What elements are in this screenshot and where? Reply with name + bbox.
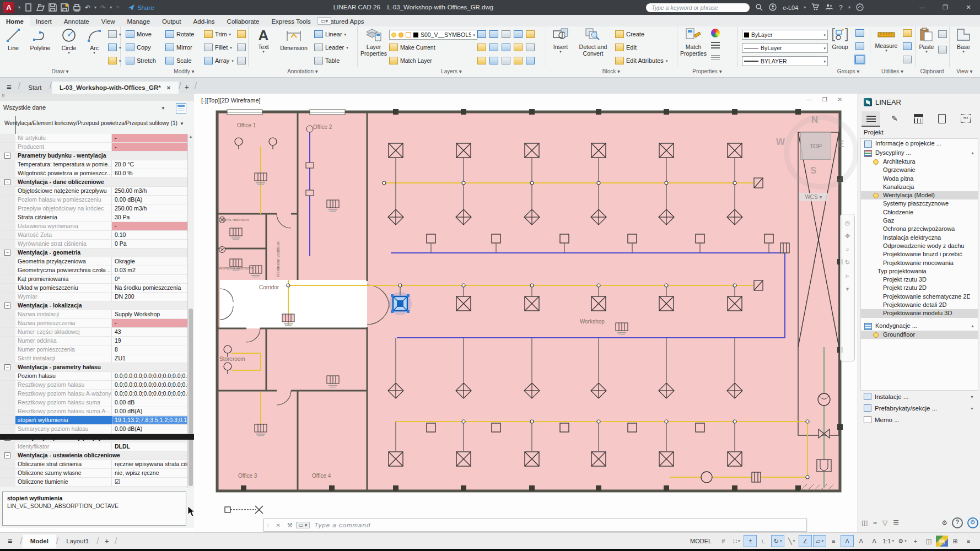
property-row[interactable]: Resztkowy poziom hałasu suma 0.00 dB [0, 398, 187, 407]
status-toggle-icon[interactable]: + [909, 536, 922, 547]
paste-button[interactable]: Paste▾ [916, 28, 937, 53]
document-tab[interactable] [933, 111, 951, 126]
copy-clip-icon[interactable] [938, 45, 947, 54]
object-color-select[interactable]: ByLayer▾ [742, 30, 828, 40]
property-row[interactable]: Numer odcinka 19 [0, 337, 187, 345]
ribbon-tab[interactable]: Collaborate [221, 17, 266, 26]
property-value[interactable]: - [112, 319, 187, 327]
status-toggle-icon[interactable]: ∟ [758, 536, 770, 547]
calculation-tab[interactable] [909, 111, 928, 126]
redo-caret-icon[interactable]: ▾ [110, 5, 112, 10]
app-logo-icon[interactable]: A [3, 2, 14, 13]
full-nav-wheel-icon[interactable]: ◎ [845, 220, 850, 225]
save-as-icon[interactable] [61, 3, 69, 12]
property-row[interactable]: Obliczone tłumienie ☑ [0, 478, 187, 487]
property-value[interactable]: DLDL [112, 442, 187, 451]
project-tree-item[interactable]: Wentylacja (Model) [861, 191, 978, 199]
ribbon-tab[interactable]: Manage [121, 17, 156, 26]
project-tree-item[interactable]: Instalacja elektryczna [861, 234, 978, 242]
offset-icon[interactable] [237, 56, 246, 65]
property-value[interactable]: 0.00 dB(A) [112, 196, 187, 204]
app-menu-caret-icon[interactable]: ▾ [18, 5, 20, 10]
property-row[interactable]: Resztkowy poziom hałasu 0.0;0.0;0.0;0.0;… [0, 381, 187, 390]
account-icon[interactable] [769, 3, 777, 12]
scroll-up-icon[interactable]: ▲ [188, 134, 193, 138]
property-row[interactable]: Nazwa pomieszczenia - [0, 319, 187, 328]
block-panel-label[interactable]: Block ▾ [546, 68, 677, 74]
selected-diffuser[interactable] [389, 292, 412, 315]
property-value[interactable]: 20.0 °C [112, 160, 187, 169]
property-row[interactable]: Poziom hałasu w pomieszczeniu 0.00 dB(A) [0, 196, 187, 204]
project-tree-item[interactable]: Projekt rzutu 3D [861, 276, 978, 284]
status-toggle-icon[interactable]: ╲ [785, 536, 798, 547]
property-value[interactable]: 0.00 dB [112, 398, 187, 407]
property-value[interactable]: nie, wpisz ręczne [112, 469, 187, 477]
property-value[interactable]: Supply Workshop [112, 310, 187, 318]
detect-convert-button[interactable]: Detect and Convert [575, 28, 611, 57]
property-value[interactable]: 0.0;0.0;0.0;0.0;0.0;0.0;0.0;0.0 [112, 372, 187, 380]
group-edit-icon[interactable] [855, 42, 864, 51]
project-tree-item[interactable]: Architektura [861, 158, 978, 166]
text-button[interactable]: A Text▾ [252, 28, 274, 53]
layer-properties-button[interactable]: Layer Properties [359, 28, 388, 57]
palette-filter-select[interactable]: Wszystkie dane ▼ [3, 104, 191, 114]
project-tree-item[interactable]: Projektowanie schematyczne 2D [861, 293, 978, 301]
property-row[interactable]: Numer części składowej 43 [0, 328, 187, 337]
insert-button[interactable]: Insert▾ [549, 28, 572, 53]
palette-scrollbar-thumb[interactable] [189, 309, 193, 486]
ribbon-tab[interactable]: Output [156, 17, 187, 26]
status-toggle-icon[interactable]: ≡ [962, 536, 974, 547]
levels-footer-icon[interactable]: ≈ [873, 519, 877, 527]
property-row[interactable]: Wymiar DN 200 [0, 293, 187, 301]
rotate-button[interactable]: Rotate [165, 30, 194, 39]
ellipse-tool-icon[interactable]: ▾ [108, 43, 121, 52]
property-value[interactable]: - [112, 134, 187, 142]
viewcube-top-face[interactable]: TOP [800, 132, 831, 160]
property-value[interactable]: 0.00 dB(A) [112, 407, 187, 415]
array-button[interactable]: Array▾ [204, 56, 234, 65]
tab-layout1[interactable]: Layout1 [58, 534, 96, 548]
property-value[interactable]: 0.10 [112, 231, 187, 239]
stretch-button[interactable]: Stretch [126, 56, 156, 65]
save-icon[interactable] [49, 3, 57, 12]
property-row[interactable]: Strata ciśnienia 30 Pa [0, 213, 187, 222]
power-icon[interactable]: ⏻ [967, 517, 978, 528]
people-icon[interactable] [825, 3, 833, 12]
zoom-icon[interactable]: ⌕ [846, 246, 849, 252]
help-caret-icon[interactable]: ▾ [848, 5, 850, 10]
property-value[interactable]: ZU1 [112, 354, 187, 363]
project-tree-item[interactable]: Projektowanie mocowania [861, 259, 978, 267]
layers-footer-icon[interactable]: ◫ [861, 519, 868, 527]
project-tree-item[interactable]: Informacje o projekcie ... [861, 139, 978, 148]
property-row[interactable]: Geometria przyłączeniowa Okrągłe [0, 257, 187, 266]
pan-icon[interactable]: ✥ [845, 233, 850, 239]
share-button[interactable]: Share [128, 4, 154, 11]
status-toggle-icon[interactable]: ◫ [923, 536, 935, 547]
properties-panel-label[interactable]: Properties ▾ [677, 68, 737, 74]
table-button[interactable]: Table [314, 56, 340, 65]
search-input[interactable]: Type a keyword or phrase [646, 3, 750, 12]
more-tools-tab[interactable]: ••• [956, 111, 975, 126]
explode-icon[interactable] [237, 43, 246, 52]
palette-grip[interactable]: ⠿ [0, 94, 196, 101]
command-tools-icon[interactable]: ⚒ [284, 522, 296, 529]
property-row[interactable]: Wilgotność powietrza w pomieszcz... 60.0… [0, 169, 187, 178]
layer-tools-row2[interactable] [477, 43, 535, 52]
linear-button[interactable]: Linear▾ [314, 30, 346, 39]
tab-start[interactable]: Start [20, 82, 49, 94]
property-value[interactable]: - [112, 222, 187, 230]
property-row[interactable]: Przepływ objętościowy na króciec 250.00 … [0, 204, 187, 213]
property-value[interactable]: 0° [112, 275, 187, 283]
arc-button[interactable]: Arc▾ [83, 28, 106, 54]
copy-button[interactable]: Copy [126, 43, 151, 52]
match-layer-button[interactable]: Match Layer [389, 56, 432, 65]
recent-commands-icon[interactable]: ▭ ▾ [296, 522, 310, 528]
showmotion-icon[interactable]: ▹ [846, 273, 849, 278]
draw-panel-label[interactable]: Draw ▾ [0, 68, 120, 74]
ribbon-tab[interactable]: Add-ins [187, 17, 221, 26]
account-label[interactable]: e-L04 [783, 4, 798, 11]
minimize-button[interactable]: — [911, 0, 934, 15]
panel-group-row[interactable]: Instalacje ... [860, 391, 977, 403]
layer-tools-row3[interactable] [477, 56, 535, 65]
fillet-button[interactable]: Fillet▾ [204, 43, 232, 52]
